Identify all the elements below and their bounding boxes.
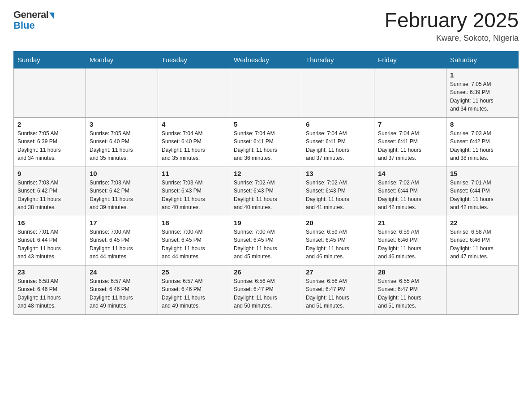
calendar-cell: 28Sunrise: 6:55 AM Sunset: 6:47 PM Dayli… <box>374 265 446 314</box>
calendar-week-row: 2Sunrise: 7:05 AM Sunset: 6:39 PM Daylig… <box>14 117 519 167</box>
day-info: Sunrise: 7:03 AM Sunset: 6:42 PM Dayligh… <box>90 179 154 212</box>
day-number: 12 <box>234 170 298 177</box>
calendar-cell: 5Sunrise: 7:04 AM Sunset: 6:41 PM Daylig… <box>230 117 302 167</box>
calendar-cell: 21Sunrise: 6:59 AM Sunset: 6:46 PM Dayli… <box>374 216 446 265</box>
day-info: Sunrise: 7:04 AM Sunset: 6:41 PM Dayligh… <box>234 129 298 163</box>
day-number: 28 <box>378 268 442 276</box>
day-number: 17 <box>90 219 154 227</box>
calendar-cell: 8Sunrise: 7:03 AM Sunset: 6:42 PM Daylig… <box>446 117 519 167</box>
day-info: Sunrise: 6:56 AM Sunset: 6:47 PM Dayligh… <box>306 277 370 310</box>
day-number: 25 <box>162 268 226 276</box>
day-info: Sunrise: 7:05 AM Sunset: 6:39 PM Dayligh… <box>17 129 82 163</box>
day-info: Sunrise: 7:02 AM Sunset: 6:44 PM Dayligh… <box>378 179 442 212</box>
column-header-tuesday: Tuesday <box>158 51 230 68</box>
day-info: Sunrise: 7:03 AM Sunset: 6:42 PM Dayligh… <box>17 179 82 212</box>
calendar-cell: 1Sunrise: 7:05 AM Sunset: 6:39 PM Daylig… <box>446 68 519 117</box>
title-area: February 2025 Kware, Sokoto, Nigeria <box>385 9 519 43</box>
calendar-cell: 9Sunrise: 7:03 AM Sunset: 6:42 PM Daylig… <box>14 167 86 216</box>
day-number: 8 <box>450 120 515 128</box>
column-header-wednesday: Wednesday <box>230 51 302 68</box>
day-number: 22 <box>450 219 515 227</box>
logo-general-text: General <box>13 9 48 21</box>
day-info: Sunrise: 7:00 AM Sunset: 6:45 PM Dayligh… <box>90 228 154 261</box>
day-number: 6 <box>306 120 370 128</box>
calendar-cell: 26Sunrise: 6:56 AM Sunset: 6:47 PM Dayli… <box>230 265 302 314</box>
day-info: Sunrise: 6:58 AM Sunset: 6:46 PM Dayligh… <box>17 277 82 310</box>
calendar-cell: 3Sunrise: 7:05 AM Sunset: 6:40 PM Daylig… <box>86 117 158 167</box>
calendar-cell: 16Sunrise: 7:01 AM Sunset: 6:44 PM Dayli… <box>14 216 86 265</box>
calendar-cell <box>446 265 519 314</box>
calendar-cell: 20Sunrise: 6:59 AM Sunset: 6:45 PM Dayli… <box>302 216 374 265</box>
column-header-thursday: Thursday <box>302 51 374 68</box>
column-header-saturday: Saturday <box>446 51 519 68</box>
day-info: Sunrise: 7:05 AM Sunset: 6:39 PM Dayligh… <box>450 80 515 113</box>
calendar-cell <box>14 68 86 117</box>
day-info: Sunrise: 7:04 AM Sunset: 6:40 PM Dayligh… <box>162 129 226 163</box>
calendar-cell: 14Sunrise: 7:02 AM Sunset: 6:44 PM Dayli… <box>374 167 446 216</box>
calendar-cell: 10Sunrise: 7:03 AM Sunset: 6:42 PM Dayli… <box>86 167 158 216</box>
day-number: 24 <box>90 268 154 276</box>
calendar-cell <box>158 68 230 117</box>
day-number: 19 <box>234 219 298 227</box>
calendar-cell: 6Sunrise: 7:04 AM Sunset: 6:41 PM Daylig… <box>302 117 374 167</box>
day-info: Sunrise: 7:02 AM Sunset: 6:43 PM Dayligh… <box>306 179 370 212</box>
calendar-week-row: 16Sunrise: 7:01 AM Sunset: 6:44 PM Dayli… <box>14 216 519 265</box>
day-number: 10 <box>90 170 154 177</box>
calendar-cell: 7Sunrise: 7:04 AM Sunset: 6:41 PM Daylig… <box>374 117 446 167</box>
calendar-cell: 4Sunrise: 7:04 AM Sunset: 6:40 PM Daylig… <box>158 117 230 167</box>
logo-blue-text: Blue <box>13 20 35 31</box>
calendar-table: SundayMondayTuesdayWednesdayThursdayFrid… <box>13 51 519 315</box>
day-number: 4 <box>162 120 226 128</box>
day-info: Sunrise: 7:01 AM Sunset: 6:44 PM Dayligh… <box>450 179 515 212</box>
day-number: 13 <box>306 170 370 177</box>
day-number: 3 <box>90 120 154 128</box>
day-info: Sunrise: 7:02 AM Sunset: 6:43 PM Dayligh… <box>234 179 298 212</box>
calendar-title: February 2025 <box>385 9 519 32</box>
column-header-monday: Monday <box>86 51 158 68</box>
calendar-cell: 11Sunrise: 7:03 AM Sunset: 6:43 PM Dayli… <box>158 167 230 216</box>
day-number: 11 <box>162 170 226 177</box>
calendar-week-row: 9Sunrise: 7:03 AM Sunset: 6:42 PM Daylig… <box>14 167 519 216</box>
column-header-sunday: Sunday <box>14 51 86 68</box>
day-info: Sunrise: 6:56 AM Sunset: 6:47 PM Dayligh… <box>234 277 298 310</box>
calendar-cell <box>302 68 374 117</box>
day-number: 18 <box>162 219 226 227</box>
day-info: Sunrise: 7:04 AM Sunset: 6:41 PM Dayligh… <box>306 129 370 163</box>
day-number: 26 <box>234 268 298 276</box>
day-info: Sunrise: 7:00 AM Sunset: 6:45 PM Dayligh… <box>162 228 226 261</box>
calendar-cell: 15Sunrise: 7:01 AM Sunset: 6:44 PM Dayli… <box>446 167 519 216</box>
calendar-cell <box>86 68 158 117</box>
day-info: Sunrise: 7:03 AM Sunset: 6:43 PM Dayligh… <box>162 179 226 212</box>
calendar-cell: 24Sunrise: 6:57 AM Sunset: 6:46 PM Dayli… <box>86 265 158 314</box>
calendar-week-row: 1Sunrise: 7:05 AM Sunset: 6:39 PM Daylig… <box>14 68 519 117</box>
calendar-cell: 27Sunrise: 6:56 AM Sunset: 6:47 PM Dayli… <box>302 265 374 314</box>
calendar-cell: 13Sunrise: 7:02 AM Sunset: 6:43 PM Dayli… <box>302 167 374 216</box>
calendar-week-row: 23Sunrise: 6:58 AM Sunset: 6:46 PM Dayli… <box>14 265 519 314</box>
day-number: 27 <box>306 268 370 276</box>
calendar-cell: 2Sunrise: 7:05 AM Sunset: 6:39 PM Daylig… <box>14 117 86 167</box>
day-number: 20 <box>306 219 370 227</box>
day-info: Sunrise: 6:57 AM Sunset: 6:46 PM Dayligh… <box>90 277 154 310</box>
day-number: 1 <box>450 71 515 79</box>
logo-arrow-icon <box>49 13 54 19</box>
day-info: Sunrise: 6:57 AM Sunset: 6:46 PM Dayligh… <box>162 277 226 310</box>
day-info: Sunrise: 7:03 AM Sunset: 6:42 PM Dayligh… <box>450 129 515 163</box>
day-info: Sunrise: 7:05 AM Sunset: 6:40 PM Dayligh… <box>90 129 154 163</box>
logo: General Blue <box>13 9 54 31</box>
calendar-cell: 25Sunrise: 6:57 AM Sunset: 6:46 PM Dayli… <box>158 265 230 314</box>
calendar-cell: 17Sunrise: 7:00 AM Sunset: 6:45 PM Dayli… <box>86 216 158 265</box>
day-number: 7 <box>378 120 442 128</box>
calendar-cell: 19Sunrise: 7:00 AM Sunset: 6:45 PM Dayli… <box>230 216 302 265</box>
calendar-header-row: SundayMondayTuesdayWednesdayThursdayFrid… <box>14 51 519 68</box>
day-info: Sunrise: 6:55 AM Sunset: 6:47 PM Dayligh… <box>378 277 442 310</box>
day-info: Sunrise: 7:04 AM Sunset: 6:41 PM Dayligh… <box>378 129 442 163</box>
day-number: 2 <box>17 120 82 128</box>
calendar-cell: 23Sunrise: 6:58 AM Sunset: 6:46 PM Dayli… <box>14 265 86 314</box>
day-number: 9 <box>17 170 82 177</box>
calendar-cell <box>230 68 302 117</box>
day-number: 16 <box>17 219 82 227</box>
calendar-cell: 12Sunrise: 7:02 AM Sunset: 6:43 PM Dayli… <box>230 167 302 216</box>
day-info: Sunrise: 6:59 AM Sunset: 6:46 PM Dayligh… <box>378 228 442 261</box>
day-number: 14 <box>378 170 442 177</box>
calendar-cell: 22Sunrise: 6:58 AM Sunset: 6:46 PM Dayli… <box>446 216 519 265</box>
